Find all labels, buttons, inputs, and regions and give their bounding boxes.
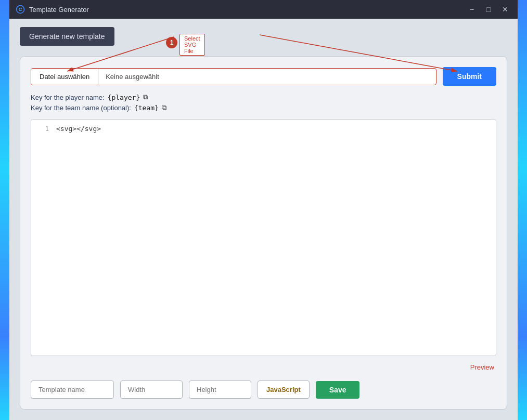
choose-file-button[interactable]: Datei auswählen — [31, 69, 98, 85]
window-title: Template Generator — [29, 6, 466, 14]
content-area: Generate new template 1 Select SVG File — [9, 19, 518, 420]
window-controls: − □ ✕ — [466, 3, 511, 16]
width-input[interactable] — [120, 380, 183, 399]
minimize-button[interactable]: − — [466, 3, 478, 16]
team-key-row: Key for the team name (optional): {team} — [31, 103, 496, 112]
submit-button[interactable]: Submit — [443, 67, 496, 86]
code-line: 1<svg></svg> — [31, 125, 496, 133]
title-bar: C Template Generator − □ ✕ — [9, 0, 518, 19]
player-key-label: Key for the player name: — [31, 94, 105, 101]
app-icon: C — [16, 5, 25, 14]
copy-team-key-icon[interactable] — [162, 103, 169, 112]
line-content: <svg></svg> — [56, 125, 101, 133]
copy-player-key-icon[interactable] — [143, 93, 150, 101]
javascript-button[interactable]: JavaScript — [258, 380, 310, 399]
code-editor[interactable]: 1<svg></svg> — [31, 119, 496, 356]
template-name-input[interactable] — [31, 380, 114, 399]
save-button[interactable]: Save — [316, 381, 360, 399]
player-key-row: Key for the player name: {player} — [31, 93, 496, 101]
close-button[interactable]: ✕ — [499, 3, 511, 16]
key-info-section: Key for the player name: {player} Key fo… — [31, 93, 496, 112]
file-name-display: Keine ausgewählt — [98, 69, 435, 85]
svg-line-4 — [260, 35, 457, 71]
bottom-toolbar: JavaScript Save — [31, 380, 496, 399]
main-panel: 1 Select SVG File — [20, 56, 507, 410]
maximize-button[interactable]: □ — [482, 3, 495, 16]
line-number: 1 — [36, 125, 49, 133]
file-selector-row: Datei auswählen Keine ausgewählt Submit — [31, 67, 496, 86]
team-key-label: Key for the team name (optional): — [31, 104, 131, 112]
annotation-label: Select SVG File — [179, 34, 205, 56]
preview-label: Preview — [31, 363, 496, 371]
file-input-wrapper: Datei auswählen Keine ausgewählt — [31, 68, 436, 85]
team-key-value: {team} — [134, 104, 159, 112]
svg-text:C: C — [18, 6, 22, 12]
player-key-value: {player} — [108, 94, 140, 101]
generate-new-template-button[interactable]: Generate new template — [20, 27, 114, 46]
height-input[interactable] — [189, 380, 251, 399]
step-badge: 1 — [166, 37, 177, 48]
